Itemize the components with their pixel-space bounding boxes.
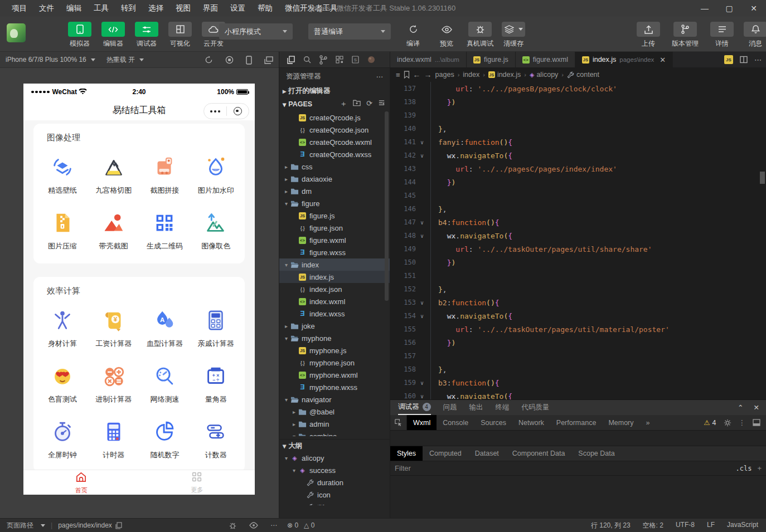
style-tab-Styles[interactable]: Styles <box>390 446 423 461</box>
tree-item-figure.json[interactable]: {.}figure.json <box>279 222 390 234</box>
tree-item-css[interactable]: ▸css <box>279 160 390 173</box>
indent-setting[interactable]: 空格: 2 <box>643 521 663 530</box>
devtools-tab-Wxml[interactable]: Wxml <box>407 415 437 430</box>
panel-tab-终端[interactable]: 终端 <box>496 400 510 415</box>
tool-截图拼接[interactable]: 截图拼接 <box>139 147 191 202</box>
tab-close-icon[interactable]: ✕ <box>660 56 666 64</box>
tool-血型计算器[interactable]: A血型计算器 <box>139 300 191 355</box>
devtools-tab-Console[interactable]: Console <box>437 415 474 430</box>
tab-更多[interactable]: 更多 <box>139 470 255 495</box>
capsule-close-icon[interactable] <box>227 107 249 115</box>
editor-more-icon[interactable]: ⋯ <box>754 56 762 64</box>
dock-icon[interactable] <box>753 419 760 426</box>
project-avatar[interactable] <box>7 23 26 42</box>
devtools-tab-Performance[interactable]: Performance <box>550 415 603 430</box>
tool-工资计算器[interactable]: ¥工资计算器 <box>88 300 139 355</box>
explorer-files-icon[interactable] <box>287 56 295 64</box>
tool-精选壁纸[interactable]: 精选壁纸 <box>37 147 88 202</box>
preview-eye-icon[interactable] <box>249 522 258 529</box>
breadcrumb-content[interactable]: content <box>567 71 599 79</box>
breadcrumb-pages[interactable]: pages <box>435 71 454 79</box>
tree-item-success[interactable]: ▾◈success <box>279 464 390 476</box>
menu-6[interactable]: 选择 <box>142 0 169 17</box>
outline-section-header[interactable]: ▾大纲 <box>279 439 390 452</box>
tree-item-figure.wxss[interactable]: Ǝfigure.wxss <box>279 246 390 258</box>
menu-9[interactable]: 设置 <box>224 0 251 17</box>
toolbar-模拟器-button[interactable]: 模拟器 <box>67 22 93 48</box>
menu-2[interactable]: 文件 <box>33 0 60 17</box>
vconsole-bug-icon[interactable] <box>229 521 237 530</box>
more-dots-icon[interactable] <box>204 110 226 113</box>
tree-item-myphone.wxss[interactable]: Ǝmyphone.wxss <box>279 381 390 393</box>
devtools-tab-Memory[interactable]: Memory <box>602 415 639 430</box>
toolbar-详情-button[interactable]: 详情 <box>709 22 735 48</box>
panel-close-icon[interactable]: ✕ <box>754 403 759 412</box>
fold-chevron-icon[interactable]: ∨ <box>416 393 428 399</box>
tool-九宫格切图[interactable]: 九宫格切图 <box>88 147 139 202</box>
tool-图片压缩[interactable]: 图片压缩 <box>37 202 88 258</box>
toolbar-预览-button[interactable]: 预览 <box>434 22 459 48</box>
devtools-tab-Network[interactable]: Network <box>512 415 550 430</box>
maximize-icon[interactable]: ▢ <box>717 0 741 17</box>
editor-tab-figure.js[interactable]: JSfigure.js <box>467 52 516 67</box>
nav-forward-icon[interactable]: → <box>424 70 432 79</box>
panel-tab-调试器[interactable]: 调试器4 <box>398 400 431 415</box>
tool-网络测速[interactable]: 网络测速 <box>139 355 191 411</box>
filter-input[interactable]: Filter <box>395 464 411 472</box>
toolbar-消息-button[interactable]: 消息 <box>743 22 766 48</box>
editor-tab-index.js[interactable]: JSindex.jspages\index✕ <box>575 52 673 67</box>
tree-item-figure.js[interactable]: JSfigure.js <box>279 209 390 222</box>
device-select[interactable]: iPhone 6/7/8 Plus 100% 16 <box>0 56 101 64</box>
scheme-select[interactable]: 小程序模式 <box>219 23 293 40</box>
cursor-position[interactable]: 行 120, 列 23 <box>591 521 631 530</box>
devtools-menu-icon[interactable]: ⋮ <box>739 418 746 427</box>
toolbar-编译-button[interactable]: 编译 <box>400 22 426 48</box>
clay-icon[interactable] <box>367 56 375 64</box>
tool-亲戚计算器[interactable]: 亲戚计算器 <box>190 300 241 355</box>
tree-item-combine[interactable]: ▾combine <box>279 430 390 436</box>
code-editor[interactable]: 137 url: '../../pagesB/pages/clock/clock… <box>390 82 766 399</box>
tree-scrollbar[interactable] <box>385 111 389 301</box>
toolbar-清缓存-button[interactable]: 清缓存 <box>501 22 526 48</box>
menu-10[interactable]: 帮助 <box>251 0 279 17</box>
compile-mode-select[interactable]: 普通编译 <box>308 23 391 40</box>
page-path-select[interactable]: 页面路径 <box>7 521 45 530</box>
npm-scripts-icon[interactable]: S <box>352 56 359 64</box>
tree-item-duration[interactable]: duration <box>279 476 390 489</box>
language-mode[interactable]: JavaScript <box>727 521 758 530</box>
fold-chevron-icon[interactable]: ∨ <box>416 139 428 145</box>
outline-list-icon[interactable]: ≡ <box>396 71 400 79</box>
nav-back-icon[interactable]: ← <box>413 70 421 79</box>
search-icon[interactable] <box>303 56 311 64</box>
tree-item-index.js[interactable]: JSindex.js <box>279 271 390 283</box>
encoding-setting[interactable]: UTF-8 <box>676 521 695 530</box>
warning-count[interactable]: ⚠ 4 <box>704 418 716 427</box>
tree-item-joke[interactable]: ▸joke <box>279 320 390 332</box>
style-tab-Dataset[interactable]: Dataset <box>468 446 506 461</box>
js-filter-icon[interactable]: JS <box>724 55 733 64</box>
tree-item-myphone.json[interactable]: {.}myphone.json <box>279 357 390 369</box>
panel-collapse-icon[interactable]: ⌃ <box>738 403 743 412</box>
tree-item-figure[interactable]: ▾figure <box>279 197 390 209</box>
cls-toggle[interactable]: .cls <box>736 465 752 472</box>
separate-window-icon[interactable] <box>264 56 273 64</box>
add-class-icon[interactable]: + <box>757 464 762 472</box>
toolbar-上传-button[interactable]: 上传 <box>636 22 661 48</box>
tree-item-createQrcode.json[interactable]: {.}createQrcode.json <box>279 124 390 136</box>
open-editors-section[interactable]: ▸打开的编辑器 <box>279 85 390 97</box>
style-tab-Scope-Data[interactable]: Scope Data <box>571 446 621 461</box>
wxml-dom-pane[interactable] <box>390 431 766 446</box>
gear-icon[interactable] <box>724 419 731 427</box>
tool-生成二维码[interactable]: 生成二维码 <box>139 202 191 258</box>
tree-item-index.wxml[interactable]: <>index.wxml <box>279 295 390 308</box>
extensions-icon[interactable] <box>336 56 343 64</box>
tree-item-figure.wxml[interactable]: <>figure.wxml <box>279 234 390 246</box>
explorer-more-icon[interactable]: ⋯ <box>376 72 384 81</box>
editor-scrollbar[interactable] <box>760 172 765 184</box>
tool-计时器[interactable]: 计时器 <box>88 411 139 467</box>
devtools-overflow-icon[interactable]: » <box>640 415 656 430</box>
statusbar-more-icon[interactable]: ⋯ <box>270 521 277 529</box>
tool-计数器[interactable]: 计数器 <box>190 411 241 467</box>
new-file-icon[interactable]: ＋ <box>340 99 347 109</box>
tree-item-@babel[interactable]: ▸@babel <box>279 406 390 418</box>
